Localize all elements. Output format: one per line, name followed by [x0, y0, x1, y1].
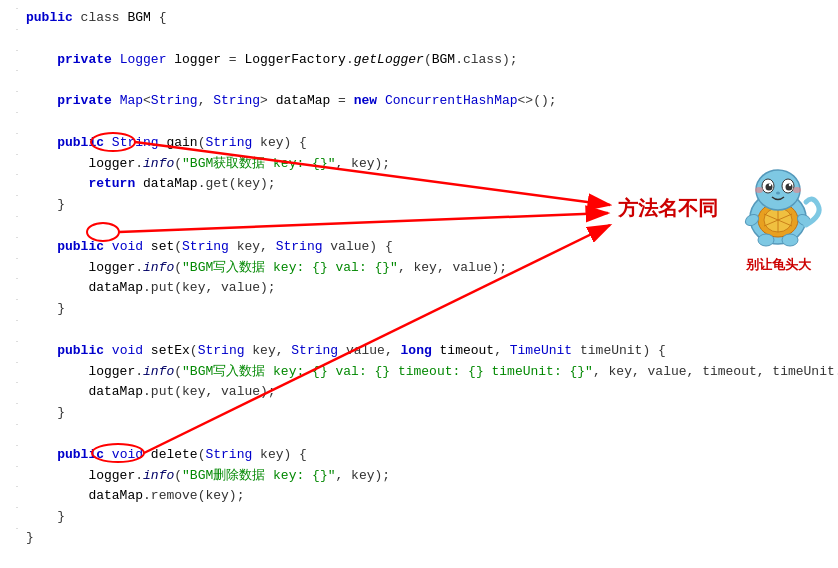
line-number: [0, 486, 18, 487]
line-number: [0, 195, 18, 196]
code-token: delete: [151, 447, 198, 462]
code-token: .put(key, value);: [143, 384, 276, 399]
line-text: logger.info("BGM写入数据 key: {} val: {} tim…: [26, 362, 838, 383]
code-token: getLogger: [354, 52, 424, 67]
line-text: private Map<String, String> dataMap = ne…: [26, 91, 834, 112]
code-token: ;: [549, 93, 557, 108]
line-number: [0, 299, 18, 300]
line-text: logger.info("BGM删除数据 key: {}", key);: [26, 466, 834, 487]
code-token: ConcurrentHashMap: [385, 93, 518, 108]
code-token: ,: [198, 93, 214, 108]
code-token: .: [346, 52, 354, 67]
code-editor: public class BGM { private Logger logger…: [0, 0, 838, 557]
line-number: [0, 466, 18, 467]
line-text: [26, 112, 834, 133]
code-token: String: [112, 135, 167, 150]
line-number: [0, 258, 18, 259]
code-line: }: [0, 403, 838, 424]
line-text: }: [26, 299, 834, 320]
code-token: set: [151, 239, 174, 254]
line-text: logger.info("BGM获取数据 key: {}", key);: [26, 154, 834, 175]
code-token: }: [26, 530, 34, 545]
code-token: .class);: [455, 52, 517, 67]
code-token: dataMap: [26, 488, 143, 503]
code-line: [0, 29, 838, 50]
code-token: .: [135, 468, 143, 483]
code-token: Map: [120, 93, 143, 108]
code-token: key) {: [252, 447, 307, 462]
code-token: info: [143, 260, 174, 275]
line-number: [0, 50, 18, 51]
code-token: (: [424, 52, 432, 67]
line-number: [0, 507, 18, 508]
code-token: String: [291, 343, 338, 358]
code-token: gain: [166, 135, 197, 150]
code-token: <>(): [518, 93, 549, 108]
code-token: , key);: [335, 468, 390, 483]
line-number: [0, 445, 18, 446]
code-token: String: [205, 447, 252, 462]
code-token: }: [26, 301, 65, 316]
code-token: private: [26, 52, 120, 67]
svg-point-12: [789, 184, 791, 186]
code-token: (: [174, 260, 182, 275]
code-token: }: [26, 405, 65, 420]
line-text: logger.info("BGM写入数据 key: {} val: {}", k…: [26, 258, 834, 279]
line-number: [0, 341, 18, 342]
line-number: [0, 362, 18, 363]
code-token: public: [26, 447, 112, 462]
code-token: public: [26, 239, 112, 254]
annotation-label: 方法名不同: [618, 195, 718, 222]
code-token: "BGM删除数据 key: {}": [182, 468, 335, 483]
code-line: [0, 112, 838, 133]
code-line: public String gain(String key) {: [0, 133, 838, 154]
code-line: dataMap.remove(key);: [0, 486, 838, 507]
code-token: public: [26, 343, 112, 358]
line-text: [26, 320, 834, 341]
code-token: private: [26, 93, 120, 108]
code-token: (: [174, 156, 182, 171]
code-token: BGM: [127, 10, 150, 25]
line-text: }: [26, 507, 834, 528]
code-token: "BGM写入数据 key: {} val: {}": [182, 260, 398, 275]
line-text: dataMap.put(key, value);: [26, 382, 834, 403]
code-token: String: [198, 343, 245, 358]
code-token: String: [205, 135, 252, 150]
code-token: dataMap: [276, 93, 331, 108]
line-number: [0, 70, 18, 71]
annotation-main: 方法名不同: [618, 195, 718, 222]
svg-point-15: [793, 187, 801, 193]
code-token: timeUnit) {: [572, 343, 666, 358]
code-token: String: [213, 93, 260, 108]
line-number: [0, 112, 18, 113]
line-number: [0, 216, 18, 217]
code-token: key,: [229, 239, 276, 254]
line-text: public String gain(String key) {: [26, 133, 834, 154]
code-line: logger.info("BGM写入数据 key: {} val: {} tim…: [0, 362, 838, 383]
code-token: =: [330, 93, 353, 108]
code-token: .put(key, value);: [143, 280, 276, 295]
code-token: return: [26, 176, 143, 191]
line-text: public void set(String key, String value…: [26, 237, 834, 258]
line-number: [0, 91, 18, 92]
code-token: {: [151, 10, 167, 25]
code-line: dataMap.put(key, value);: [0, 278, 838, 299]
svg-point-19: [782, 234, 798, 246]
code-token: (: [174, 239, 182, 254]
line-number: [0, 237, 18, 238]
svg-point-13: [776, 192, 780, 195]
pokemon-mascot: 别让龟头大: [728, 160, 828, 250]
code-token: (: [174, 364, 182, 379]
line-number: [0, 8, 18, 9]
code-token: logger: [174, 52, 221, 67]
code-token: Logger: [120, 52, 175, 67]
code-line: [0, 70, 838, 91]
code-token: logger: [26, 468, 135, 483]
code-line: public class BGM {: [0, 8, 838, 29]
code-token: BGM: [432, 52, 455, 67]
line-text: private Logger logger = LoggerFactory.ge…: [26, 50, 834, 71]
code-token: value,: [338, 343, 400, 358]
code-token: "BGM获取数据 key: {}": [182, 156, 335, 171]
code-token: , key);: [335, 156, 390, 171]
code-token: logger: [26, 364, 135, 379]
